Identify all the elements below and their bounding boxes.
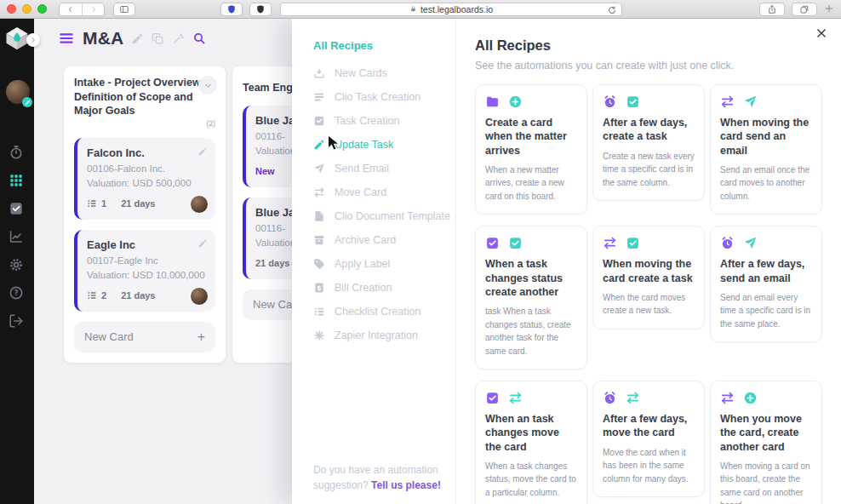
recipe-card-days-move-card[interactable]: After a few days, move the card Move the…: [592, 381, 705, 497]
menu-item-apply-label[interactable]: Apply Label: [313, 257, 455, 270]
search-icon[interactable]: [192, 32, 206, 45]
assignee-avatar[interactable]: [190, 195, 209, 214]
card-title: Falcon Inc.: [87, 146, 206, 159]
tab-overview-button[interactable]: [792, 3, 817, 16]
history-nav: [59, 3, 105, 16]
screen: test.legalboards.io: [0, 0, 841, 504]
minimize-window-button[interactable]: [22, 4, 31, 14]
task-count: 1: [101, 198, 106, 209]
sidebar-item-tasks[interactable]: [9, 201, 26, 218]
menu-item-move-card[interactable]: Move Card: [313, 186, 455, 198]
sidebar-nav: [0, 145, 34, 341]
sidebar-item-help[interactable]: [9, 285, 26, 302]
recipes-grid: Create a card when the matter arrives Wh…: [475, 84, 822, 504]
recipes-panel: All Recipes See the automations you can …: [456, 19, 841, 504]
close-window-button[interactable]: [7, 4, 16, 14]
panel-subtitle: See the automations you can create with …: [475, 60, 822, 72]
edit-board-icon[interactable]: [131, 32, 144, 45]
recipe-card-task-status-move-card[interactable]: When an task changes move the card When …: [475, 381, 587, 504]
zoom-window-button[interactable]: [37, 4, 47, 14]
extension-icon[interactable]: [220, 3, 243, 16]
duplicate-board-icon[interactable]: [152, 32, 164, 45]
pencil-icon: [313, 139, 325, 151]
back-button[interactable]: [60, 3, 82, 15]
kanban-card-falcon[interactable]: Falcon Inc. 00106-Falcon Inc. Valuation:…: [74, 138, 215, 220]
new-card-button[interactable]: New Card +: [74, 322, 215, 352]
sidebar-item-timer[interactable]: [9, 145, 26, 162]
alarm-icon: [603, 391, 617, 405]
menu-item-send-email[interactable]: Send Email: [313, 162, 455, 175]
share-button[interactable]: [759, 3, 785, 16]
checklist-icon: [87, 290, 97, 301]
recipe-card-move-create-card[interactable]: When you move the card, create another c…: [710, 381, 822, 504]
zapier-icon: [313, 329, 325, 341]
automation-wand-icon[interactable]: [172, 32, 185, 45]
recipe-card-create-card-matter[interactable]: Create a card when the matter arrives Wh…: [475, 84, 587, 215]
menu-item-archive-card[interactable]: Archive Card: [313, 233, 455, 246]
edit-card-icon[interactable]: [197, 146, 208, 157]
folder-icon: [485, 94, 500, 109]
column-title: Intake - Project Overview, Definition of…: [74, 76, 209, 118]
suggestion-link[interactable]: Tell us please!: [371, 479, 441, 491]
sidebar-item-logout[interactable]: [9, 313, 26, 330]
edit-card-icon[interactable]: [197, 238, 208, 249]
paper-plane-icon: [743, 94, 758, 109]
forward-button[interactable]: [82, 3, 104, 15]
sidebar-item-settings[interactable]: [9, 257, 26, 274]
recipe-card-task-status-create-task[interactable]: When a task changes status create anothe…: [475, 226, 587, 369]
recipe-card-days-send-email[interactable]: After a few days, send an email Send an …: [710, 226, 822, 342]
task-count: 2: [101, 290, 106, 301]
card-valuation: Valuation: USD 500,000: [87, 178, 206, 188]
check-square-icon: [485, 391, 500, 405]
recipes-overlay: All Recipes New Cards Clio Task Creation…: [292, 19, 841, 504]
assignee-avatar[interactable]: [190, 287, 209, 306]
menu-item-clio-task-creation[interactable]: Clio Task Creation: [313, 90, 455, 103]
mouse-cursor: [327, 135, 340, 152]
archive-icon: [313, 234, 325, 246]
address-bar[interactable]: test.legalboards.io: [280, 3, 622, 16]
swap-arrows-icon: [626, 391, 640, 405]
menu-item-task-creation[interactable]: Task Creation: [313, 114, 455, 127]
browser-sidebar-button[interactable]: [113, 3, 135, 16]
menu-icon[interactable]: [58, 30, 75, 47]
card-matter-number: 00106-Falcon Inc.: [87, 163, 206, 174]
card-valuation: Valuation: USD 10,000,000: [87, 270, 206, 280]
close-icon[interactable]: [815, 27, 827, 39]
shield-extension-icon[interactable]: [249, 3, 272, 16]
menu-item-bill-creation[interactable]: Bill Creation: [313, 281, 455, 294]
window-controls: [0, 4, 47, 14]
recipes-menu: All Recipes New Cards Clio Task Creation…: [292, 19, 456, 504]
check-square-icon: [313, 115, 325, 127]
sidebar-item-reports[interactable]: [9, 229, 26, 246]
swap-arrows-icon: [603, 236, 617, 250]
card-age: 21 days: [121, 198, 155, 209]
sidebar-expand-button[interactable]: [26, 33, 40, 47]
plus-circle-icon: [743, 391, 758, 405]
recipe-card-move-send-email[interactable]: When moving the card send an email Send …: [710, 84, 822, 215]
menu-item-clio-document-template[interactable]: Clio Document Template: [313, 209, 455, 222]
panel-title: All Recipes: [475, 37, 822, 54]
card-age: 21 days: [255, 258, 289, 268]
refresh-icon[interactable]: [607, 5, 617, 15]
new-tab-button[interactable]: [824, 2, 834, 17]
kanban-card-eagle[interactable]: Eagle Inc 00107-Eagle Inc Valuation: USD…: [74, 230, 215, 312]
menu-item-all-recipes[interactable]: All Recipes: [313, 39, 455, 52]
menu-item-new-cards[interactable]: New Cards: [313, 66, 455, 79]
recipe-card-days-create-task[interactable]: After a few days, create a task Create a…: [592, 84, 705, 201]
check-square-icon: [485, 236, 500, 250]
plus-circle-icon: [508, 94, 523, 109]
new-card-label: New Card: [84, 330, 134, 343]
swap-arrows-icon: [508, 391, 523, 405]
suggestion-footer: Do you have an automation suggestion? Te…: [313, 462, 441, 494]
app-sidebar: [0, 19, 34, 504]
sidebar-item-boards[interactable]: [9, 173, 26, 190]
paper-plane-icon: [313, 163, 325, 175]
edit-profile-icon[interactable]: [22, 97, 32, 107]
menu-item-zapier-integration[interactable]: Zapier Integration: [313, 329, 455, 341]
column-menu-button[interactable]: [198, 76, 217, 94]
card-meta: 2 21 days: [87, 290, 206, 301]
recipe-card-move-create-task[interactable]: When moving the card create a task When …: [592, 226, 705, 329]
tray-icon: [313, 67, 325, 79]
document-icon: [313, 210, 325, 222]
menu-item-checklist-creation[interactable]: Checklist Creation: [313, 305, 455, 318]
